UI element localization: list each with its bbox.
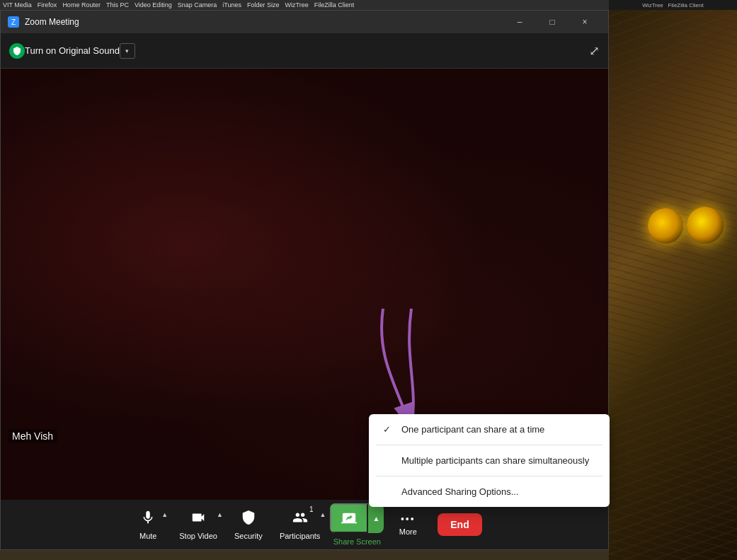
taskbar-item-6[interactable]: Snap Camera bbox=[178, 1, 217, 8]
participant-name: Meh Vish bbox=[8, 429, 57, 443]
taskbar-item-8[interactable]: Folder Size bbox=[247, 1, 280, 8]
window-title: Zoom Meeting bbox=[25, 17, 503, 27]
close-button[interactable]: × bbox=[569, 11, 601, 33]
original-sound-label: Turn on Original Sound bbox=[25, 45, 120, 56]
security-shield-icon bbox=[241, 510, 256, 529]
bottom-toolbar: ▲ Mute ▲ Stop Video bbox=[1, 500, 608, 549]
participants-button[interactable]: ▲ 1 Participants bbox=[273, 505, 327, 544]
context-menu-item-2-label: Multiple participants can share simultan… bbox=[401, 455, 589, 466]
stop-video-label: Stop Video bbox=[179, 532, 217, 540]
context-menu-item-1-label: One participant can share at a time bbox=[401, 424, 544, 435]
taskbar-item-4[interactable]: This PC bbox=[106, 1, 129, 8]
context-menu: ✓ One participant can share at a time Mu… bbox=[369, 414, 610, 507]
owl-eye-left bbox=[648, 208, 683, 244]
minimize-button[interactable]: – bbox=[503, 11, 536, 33]
title-bar: Z Zoom Meeting – □ × bbox=[1, 11, 608, 33]
more-button[interactable]: ••• More bbox=[387, 509, 429, 540]
checkmark-icon: ✓ bbox=[383, 424, 394, 435]
expand-button[interactable]: ⤢ bbox=[589, 43, 600, 59]
owl-eye-right bbox=[687, 207, 724, 244]
window-controls: – □ × bbox=[503, 11, 601, 33]
share-screen-dropdown[interactable]: ▲ bbox=[368, 503, 384, 533]
taskbar-item-1[interactable]: VIT Media bbox=[3, 1, 32, 8]
taskbar-item-2[interactable]: Firefox bbox=[38, 1, 57, 8]
mute-label: Mute bbox=[139, 532, 156, 540]
shield-icon bbox=[9, 43, 25, 59]
share-screen-button[interactable] bbox=[330, 503, 368, 533]
video-arrow-icon[interactable]: ▲ bbox=[217, 511, 223, 518]
desktop-wallpaper bbox=[609, 10, 737, 560]
restore-button[interactable]: □ bbox=[536, 11, 569, 33]
participants-count: 1 bbox=[309, 505, 314, 513]
taskbar-item-10[interactable]: FileZilla Client bbox=[314, 1, 355, 8]
more-label: More bbox=[399, 527, 417, 536]
context-menu-item-2[interactable]: Multiple participants can share simultan… bbox=[369, 445, 610, 476]
end-button[interactable]: End bbox=[438, 513, 481, 536]
taskbar-item-7[interactable]: iTunes bbox=[222, 1, 241, 8]
top-toolbar: Turn on Original Sound ▾ ⤢ bbox=[1, 33, 608, 69]
share-screen-inner: ▲ bbox=[330, 503, 384, 533]
security-label: Security bbox=[234, 532, 263, 540]
taskbar-item-5[interactable]: Video Editing bbox=[135, 1, 172, 8]
taskbar-top: VIT Media Firefox Home Router This PC Vi… bbox=[0, 0, 609, 10]
mic-icon bbox=[140, 510, 156, 529]
context-menu-item-3[interactable]: Advanced Sharing Options... bbox=[369, 476, 610, 507]
more-dots-icon: ••• bbox=[401, 513, 416, 525]
zoom-icon: Z bbox=[8, 16, 19, 28]
mute-button[interactable]: ▲ Mute bbox=[127, 505, 169, 544]
expand-icon: ⤢ bbox=[589, 44, 600, 58]
participants-label: Participants bbox=[280, 532, 320, 540]
security-button[interactable]: Security bbox=[227, 505, 270, 544]
context-menu-item-1[interactable]: ✓ One participant can share at a time bbox=[369, 414, 610, 445]
taskbar-item-3[interactable]: Home Router bbox=[62, 1, 101, 8]
taskbar-item-9[interactable]: WizTree bbox=[285, 1, 309, 8]
owl-feathers bbox=[609, 10, 737, 560]
context-menu-item-3-label: Advanced Sharing Options... bbox=[401, 486, 519, 497]
camera-icon bbox=[190, 510, 206, 529]
participants-icon: 1 bbox=[292, 510, 308, 529]
mute-arrow-icon[interactable]: ▲ bbox=[161, 511, 168, 518]
share-screen-container: ▲ Share Screen bbox=[330, 503, 384, 546]
desktop-taskbar-right: WizTree FileZilla Client bbox=[609, 0, 737, 10]
original-sound-dropdown[interactable]: ▾ bbox=[120, 43, 135, 59]
share-screen-label: Share Screen bbox=[333, 537, 381, 546]
original-sound-button[interactable]: Turn on Original Sound bbox=[25, 45, 120, 56]
participants-arrow-icon[interactable]: ▲ bbox=[319, 511, 326, 518]
stop-video-button[interactable]: ▲ Stop Video bbox=[172, 505, 224, 544]
right-taskbar-label: WizTree FileZilla Client bbox=[642, 2, 703, 8]
